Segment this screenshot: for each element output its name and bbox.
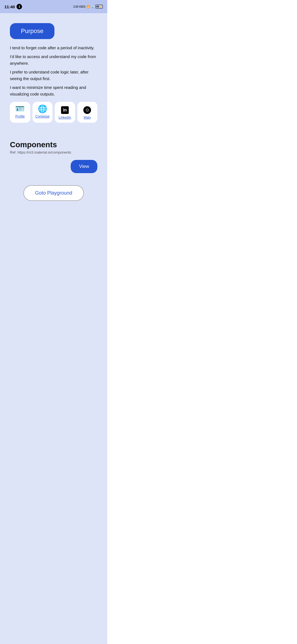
quick-link-profile[interactable]: 🪪 Profile xyxy=(10,102,30,123)
linkedin-icon: in xyxy=(61,105,69,114)
profile-icon: 🪪 xyxy=(15,105,25,113)
purpose-text-2: I'd like to access and understand my cod… xyxy=(10,53,97,67)
purpose-text-4: I want to minimize time spent reading an… xyxy=(10,84,97,97)
profile-label: Profile xyxy=(15,114,25,118)
components-title: Components xyxy=(10,140,97,149)
quick-link-main[interactable]: ⊙ Main xyxy=(77,102,98,123)
purpose-button[interactable]: Purpose xyxy=(10,23,54,39)
battery-indicator: 95⚡ xyxy=(95,5,103,9)
wifi-icon: 📶 xyxy=(87,5,90,8)
linkedin-label: LinkedIn xyxy=(59,116,71,119)
components-card: Components Ref. https://m3.material.io/c… xyxy=(4,134,103,180)
status-right: 3.00 KB/S 📶 📡 95⚡ xyxy=(73,5,103,9)
main-content: Purpose I tend to forget code after a pe… xyxy=(0,13,107,644)
purpose-card: Purpose I tend to forget code after a pe… xyxy=(4,18,103,128)
github-icon: ⊙ xyxy=(83,105,91,114)
notification-badge: 1 xyxy=(16,4,22,9)
signal-icon: 📡 xyxy=(91,5,94,8)
quick-link-compose[interactable]: 🌐 Compose xyxy=(32,102,53,123)
time-display: 11:40 xyxy=(4,4,15,9)
status-left: 11:40 1 xyxy=(4,4,22,9)
quick-links-row: 🪪 Profile 🌐 Compose in LinkedIn ⊙ Main xyxy=(10,102,97,123)
status-bar: 11:40 1 3.00 KB/S 📶 📡 95⚡ xyxy=(0,0,107,13)
network-speed: 3.00 KB/S xyxy=(73,5,86,8)
main-label: Main xyxy=(84,116,91,119)
compose-icon: 🌐 xyxy=(38,105,47,113)
components-ref: Ref. https://m3.material.io/components xyxy=(10,150,97,154)
quick-link-linkedin[interactable]: in LinkedIn xyxy=(55,102,75,123)
goto-playground-button[interactable]: Goto Playground xyxy=(23,185,84,201)
purpose-text-1: I tend to forget code after a period of … xyxy=(10,45,97,51)
compose-label: Compose xyxy=(35,114,50,118)
purpose-text-3: I prefer to understand code logic later,… xyxy=(10,69,97,82)
view-button[interactable]: View xyxy=(71,160,97,173)
